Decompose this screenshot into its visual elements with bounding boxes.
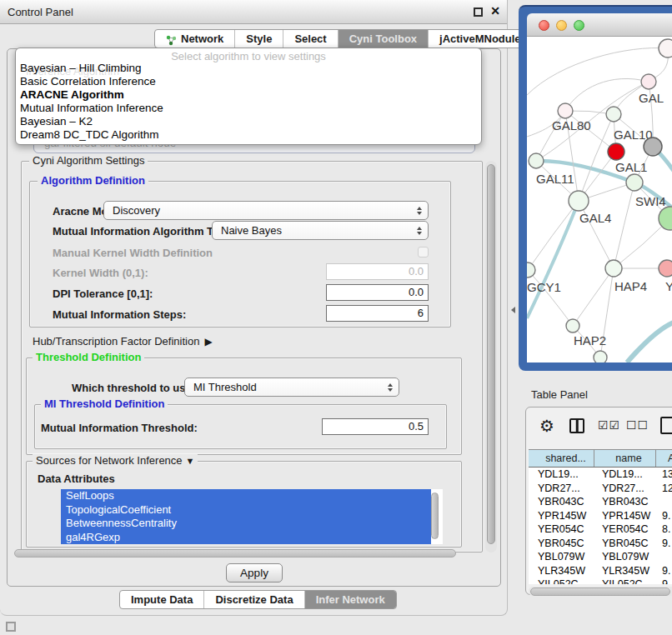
column-header[interactable]: A <box>656 450 672 467</box>
node-label-gal80: GAL80 <box>552 118 591 132</box>
close-traffic-light-icon[interactable] <box>539 20 549 31</box>
algorithm-option[interactable]: Basic Correlation Inference <box>16 75 481 88</box>
attribute-list-scrollbar[interactable] <box>431 492 439 539</box>
sources-toggle[interactable]: Sources for Network Inference▼ <box>33 454 198 467</box>
algorithm-option[interactable]: Mutual Information Inference <box>16 102 481 115</box>
node-big-green[interactable] <box>659 207 672 230</box>
node-red-node[interactable] <box>608 143 624 160</box>
split-pane-collapse-icon[interactable] <box>508 307 515 313</box>
deselect-all-checkboxes-icon[interactable]: ☐☐ <box>626 418 649 432</box>
close-icon[interactable]: ✕ <box>490 4 500 18</box>
node-gal-pink[interactable] <box>641 74 656 89</box>
tab-impute-data[interactable]: Impute Data <box>120 591 203 608</box>
zoom-traffic-light-icon[interactable] <box>574 20 584 31</box>
cyni-algorithm-settings-title: Cyni Algorithm Settings <box>29 154 148 167</box>
which-threshold-select[interactable]: MI Threshold <box>184 378 399 397</box>
node-swi4[interactable] <box>626 174 643 191</box>
node-gal80[interactable] <box>558 103 573 118</box>
attribute-item[interactable]: TopologicalCoefficient <box>61 503 431 518</box>
table-row[interactable]: YDR27...YDR27...12 <box>529 482 672 496</box>
table-row[interactable]: YBR045CYBR045C9. <box>529 537 672 551</box>
node-label-swi4: SWI4 <box>635 194 666 208</box>
table-row[interactable]: YDL19...YDL19...13 <box>529 468 672 482</box>
algorithm-option[interactable]: Dream8 DC_TDC Algorithm <box>16 128 481 142</box>
mi-threshold-label: Mutual Information Threshold: <box>41 422 198 434</box>
node-hap4[interactable] <box>605 260 622 277</box>
table-row[interactable]: YBR043CYBR043C <box>529 495 672 509</box>
algorithm-option[interactable]: ARACNE Algorithm <box>16 88 481 102</box>
settings-scrollbar-thumb[interactable] <box>487 164 495 544</box>
minimize-traffic-light-icon[interactable] <box>556 20 567 31</box>
node-hap2[interactable] <box>566 319 579 332</box>
apply-button[interactable]: Apply <box>226 563 283 582</box>
mi-threshold-input[interactable]: 0.5 <box>322 418 429 435</box>
panel-grip-icon[interactable] <box>6 622 16 632</box>
algorithm-option[interactable]: Bayesian – K2 <box>16 115 481 128</box>
gear-icon[interactable]: ⚙ <box>539 416 554 436</box>
node-label-hap4: HAP4 <box>614 279 647 293</box>
node-salmon-node[interactable] <box>659 260 672 277</box>
tab-label: jActiveMNodules <box>439 30 527 48</box>
sources-title: Sources for Network Inference <box>36 454 183 467</box>
table-row[interactable]: YIL052CYIL052C9. <box>529 578 672 584</box>
tab-style[interactable]: Style <box>234 30 283 48</box>
tab-network[interactable]: Network <box>155 30 234 48</box>
table-panel: ⚙ ☑☑ ☐☐ shared...nameA YDL19...YDL19...1… <box>525 407 672 595</box>
node-gal10[interactable] <box>606 107 621 122</box>
algorithm-dropdown-popup: Select algorithm to view settings Bayesi… <box>15 48 482 145</box>
table-cell: YPR145W <box>529 509 594 523</box>
tab-discretize-data[interactable]: Discretize Data <box>203 591 303 608</box>
algorithm-option[interactable]: Bayesian – Hill Climbing <box>16 62 481 75</box>
mi-steps-input[interactable]: 6 <box>326 305 429 322</box>
node-gcy1[interactable] <box>527 262 535 278</box>
mi-type-select[interactable]: Naive Bayes <box>212 221 429 240</box>
node-bottom-partial[interactable] <box>594 351 607 362</box>
document-icon[interactable] <box>660 417 672 434</box>
kernel-width-input[interactable]: 0.0 <box>326 263 429 280</box>
attribute-item[interactable]: gal4RGexp <box>61 531 431 545</box>
node-gal4[interactable] <box>569 191 589 211</box>
column-header[interactable]: shared... <box>529 450 594 467</box>
attribute-item[interactable]: SelfLoops <box>61 489 431 503</box>
table-row[interactable]: YPR145WYPR145W9. <box>529 509 672 523</box>
table-cell: 12 <box>656 482 672 496</box>
network-canvas[interactable]: GALGAL80GAL10GAL1GAL11SWI4GAL4GCY1HAP4YH… <box>527 37 672 362</box>
settings-hscrollbar-thumb[interactable] <box>14 549 456 558</box>
node-label-salmon-node: Y <box>665 279 672 293</box>
aracne-mode-select[interactable]: Discovery <box>103 201 429 220</box>
tab-select[interactable]: Select <box>283 30 337 48</box>
table-cell: YDL19... <box>529 468 594 482</box>
table-hscrollbar-thumb[interactable] <box>530 588 670 596</box>
manual-kernel-checkbox[interactable] <box>418 247 429 258</box>
table-row[interactable]: YLR345WYLR345W9. <box>529 564 672 578</box>
tab-label: Select <box>294 30 326 48</box>
network-view-window: GALGAL80GAL10GAL1GAL11SWI4GAL4GCY1HAP4YH… <box>519 5 672 371</box>
node-top-partial[interactable] <box>659 39 672 58</box>
node-gal11[interactable] <box>529 153 544 168</box>
table-hscrollbar-track[interactable] <box>529 587 672 596</box>
table-cell: YER054C <box>529 522 594 537</box>
tab-cyni-toolbox[interactable]: Cyni Toolbox <box>338 30 428 48</box>
table-row[interactable]: YBL079WYBL079W <box>529 550 672 564</box>
node-label-gal11: GAL11 <box>536 172 574 186</box>
column-header[interactable]: name <box>594 450 656 467</box>
node-label-gcy1: GCY1 <box>527 280 561 294</box>
settings-scrollbar-track[interactable] <box>485 161 497 552</box>
hub-definition-toggle[interactable]: Hub/Transcription Factor Definition▶ <box>33 335 213 348</box>
tab-infer-network[interactable]: Infer Network <box>304 591 396 608</box>
table-cell: YLR345W <box>529 564 594 578</box>
bottom-tab-bar: Impute DataDiscretize DataInfer Network <box>119 590 397 609</box>
select-all-checkboxes-icon[interactable]: ☑☑ <box>598 418 620 432</box>
node-gray-node[interactable] <box>644 138 662 156</box>
network-window-titlebar[interactable] <box>527 13 672 37</box>
table-cell: 9. <box>656 564 672 578</box>
tab-label: Style <box>246 30 272 48</box>
columns-icon[interactable] <box>569 418 584 433</box>
attribute-item[interactable]: BetweennessCentrality <box>61 517 431 531</box>
control-panel-titlebar[interactable]: Control Panel ✕ <box>0 0 507 24</box>
dpi-tolerance-input[interactable]: 0.0 <box>326 284 429 301</box>
algorithm-option-list: Bayesian – Hill ClimbingBasic Correlatio… <box>16 62 481 142</box>
float-window-icon[interactable] <box>474 8 483 17</box>
table-row[interactable]: YER054CYER054C8. <box>529 522 672 537</box>
node-table: shared...nameA YDL19...YDL19...13YDR27..… <box>529 449 672 584</box>
